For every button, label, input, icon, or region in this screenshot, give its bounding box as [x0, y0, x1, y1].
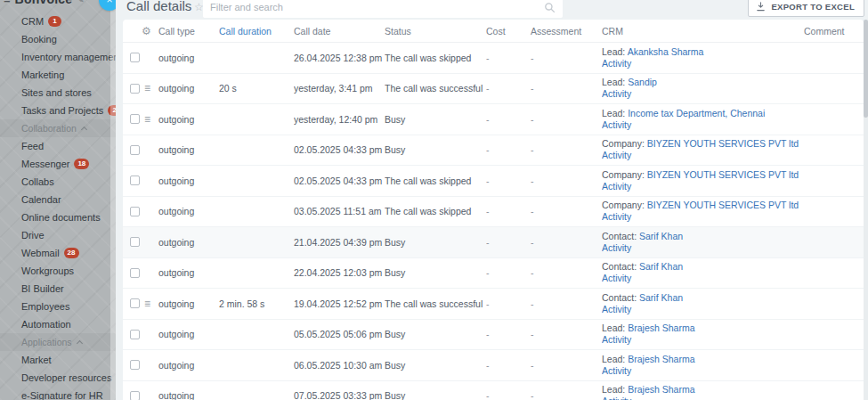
sidebar-item-feed[interactable]: Feed	[0, 137, 116, 155]
crm-activity-link[interactable]: Activity	[602, 334, 631, 345]
column-header-call-type[interactable]: Call type	[158, 26, 219, 37]
crm-activity-link[interactable]: Activity	[602, 119, 631, 130]
table-row[interactable]: ≡ outgoing 26.04.2025 12:38 pm The call …	[123, 43, 864, 74]
row-checkbox[interactable]	[130, 237, 140, 247]
table-row[interactable]: ≡ outgoing 03.05.2025 11:51 am The call …	[123, 197, 864, 228]
sidebar-item-crm[interactable]: CRM 1	[0, 12, 116, 30]
column-header-assessment[interactable]: Assessment	[531, 26, 602, 37]
page-scrollbar-thumb[interactable]	[864, 20, 868, 118]
menu-burger-icon[interactable]: ≡	[4, 0, 11, 6]
crm-activity-link[interactable]: Activity	[602, 211, 631, 222]
column-header-cost[interactable]: Cost	[486, 26, 531, 37]
crm-activity-link[interactable]: Activity	[602, 273, 631, 283]
sidebar-section-collaboration[interactable]: Collaboration	[0, 119, 116, 137]
table-row[interactable]: ≡ outgoing yesterday, 12:40 pm Busy - - …	[123, 104, 864, 135]
crm-record-link[interactable]: Sandip	[628, 77, 657, 87]
sidebar-item-market[interactable]: Market	[0, 351, 116, 369]
assessment-cell: -	[531, 176, 602, 186]
sidebar-item-workgroups[interactable]: Workgroups	[0, 262, 116, 280]
column-header-crm[interactable]: CRM	[602, 26, 804, 37]
row-checkbox[interactable]	[130, 360, 140, 370]
crm-record-link[interactable]: BIYZEN YOUTH SERVICES PVT ltd	[647, 138, 799, 149]
sidebar-item-automation[interactable]: Automation	[0, 315, 116, 333]
sidebar-item-drive[interactable]: Drive	[0, 226, 116, 244]
crm-activity-link[interactable]: Activity	[602, 58, 631, 69]
row-checkbox[interactable]	[130, 330, 140, 339]
sidebar-item-collabs[interactable]: Collabs	[0, 173, 116, 191]
column-header-call-date[interactable]: Call date	[294, 26, 385, 37]
crm-activity-link[interactable]: Activity	[602, 150, 631, 160]
row-checkbox[interactable]	[130, 391, 140, 400]
crm-activity-link[interactable]: Activity	[602, 396, 631, 400]
sidebar-item-webmail[interactable]: Webmail 28	[0, 244, 116, 262]
sidebar-item-employees[interactable]: Employees	[0, 298, 116, 315]
cost-cell: -	[486, 176, 531, 186]
crm-activity-link[interactable]: Activity	[602, 365, 631, 376]
sidebar-item-bi-builder[interactable]: BI Builder	[0, 280, 116, 298]
crm-record-link[interactable]: Income tax Department, Chennai	[628, 108, 765, 118]
sidebar-item-sites-and-stores[interactable]: Sites and stores	[0, 84, 116, 102]
crm-record-link[interactable]: BIYZEN YOUTH SERVICES PVT ltd	[647, 169, 799, 180]
crm-record-link[interactable]: Sarif Khan	[639, 292, 683, 303]
column-header-call-duration[interactable]: Call duration	[219, 26, 294, 37]
row-checkbox[interactable]	[130, 298, 140, 308]
table-row[interactable]: ≡ outgoing 02.05.2025 04:33 pm Busy - - …	[123, 135, 864, 167]
table-row[interactable]: ≡ outgoing 22.04.2025 12:03 pm Busy - - …	[123, 258, 864, 290]
sidebar-item-booking[interactable]: Booking	[0, 30, 116, 48]
crm-activity-link[interactable]: Activity	[602, 304, 631, 314]
row-checkbox[interactable]	[130, 268, 140, 278]
search-icon[interactable]	[544, 2, 556, 13]
row-checkbox[interactable]	[130, 84, 140, 94]
crm-activity-link[interactable]: Activity	[602, 88, 631, 99]
table-row[interactable]: ≡ outgoing 06.05.2025 10:30 am Busy - - …	[123, 350, 864, 381]
sidebar-item-label: Tasks and Projects	[21, 105, 103, 116]
page-header: Call details ☆ EXPORT TO EXCEL	[116, 0, 868, 20]
call-type-cell: outgoing	[158, 53, 219, 63]
crm-record-link[interactable]: Sarif Khan	[639, 261, 683, 272]
sidebar-item-developer-resources[interactable]: Developer resources	[0, 369, 116, 387]
sidebar-item-calendar[interactable]: Calendar	[0, 191, 116, 208]
table-row[interactable]: ≡ outgoing 02.05.2025 04:33 pm The call …	[123, 166, 864, 197]
crm-record-link[interactable]: Sarif Khan	[639, 231, 683, 241]
row-menu-icon[interactable]: ≡	[144, 83, 150, 94]
crm-cell: Company: BIYZEN YOUTH SERVICES PVT ltd A…	[602, 200, 804, 223]
column-header-comment[interactable]: Comment	[804, 26, 864, 37]
table-row[interactable]: ≡ outgoing 2 min. 58 s 19.04.2025 12:52 …	[123, 289, 864, 320]
page-scrollbar[interactable]	[864, 20, 868, 400]
crm-record-link[interactable]: BIYZEN YOUTH SERVICES PVT ltd	[647, 200, 799, 210]
sidebar-item-marketing[interactable]: Marketing	[0, 66, 116, 84]
row-checkbox[interactable]	[130, 145, 140, 155]
crm-cell: Contact: Sarif Khan Activity	[602, 261, 804, 284]
crm-record-link[interactable]: Brajesh Sharma	[628, 384, 694, 395]
row-checkbox[interactable]	[130, 176, 140, 185]
crm-record-link[interactable]: Brajesh Sharma	[628, 354, 694, 364]
sidebar-item-online-documents[interactable]: Online documents	[0, 208, 116, 226]
crm-record-link[interactable]: Brajesh Sharma	[628, 322, 694, 333]
sidebar-section-applications[interactable]: Applications	[0, 333, 116, 351]
sidebar-item-inventory-management[interactable]: Inventory management	[0, 48, 116, 66]
call-date-cell: 07.05.2025 03:33 pm	[294, 390, 385, 400]
grid-settings-gear-icon[interactable]: ⚙	[142, 25, 151, 37]
row-checkbox[interactable]	[130, 53, 140, 62]
sidebar-item-tasks-and-projects[interactable]: Tasks and Projects 2	[0, 102, 116, 119]
crm-activity-link[interactable]: Activity	[602, 181, 631, 192]
table-row[interactable]: ≡ outgoing 07.05.2025 03:33 pm Busy - - …	[123, 381, 864, 400]
row-checkbox[interactable]	[130, 114, 140, 124]
table-row[interactable]: ≡ outgoing 21.04.2025 04:39 pm Busy - - …	[123, 227, 864, 258]
crm-record-link[interactable]: Akanksha Sharma	[628, 46, 704, 57]
column-header-status[interactable]: Status	[385, 26, 486, 37]
row-checkbox[interactable]	[130, 207, 140, 216]
row-menu-icon[interactable]: ≡	[144, 298, 150, 309]
export-to-excel-button[interactable]: EXPORT TO EXCEL	[748, 0, 864, 17]
sidebar-item-e-signature-for-hr[interactable]: e-Signature for HR	[0, 387, 116, 400]
sidebar-collapse-button[interactable]: ×	[99, 0, 116, 11]
table-row[interactable]: ≡ outgoing 05.05.2025 05:06 pm Busy - - …	[123, 320, 864, 351]
grid-settings-cell: ⚙	[123, 25, 158, 37]
table-row[interactable]: ≡ outgoing 20 s yesterday, 3:41 pm The c…	[123, 74, 864, 105]
sidebar-item-label: Feed	[21, 141, 44, 151]
sidebar-item-messenger[interactable]: Messenger 18	[0, 155, 116, 173]
crm-activity-link[interactable]: Activity	[602, 242, 631, 253]
filter-search-input[interactable]	[210, 2, 544, 12]
row-menu-icon[interactable]: ≡	[144, 114, 150, 125]
edit-pencil-icon[interactable]: ✎	[77, 0, 84, 4]
